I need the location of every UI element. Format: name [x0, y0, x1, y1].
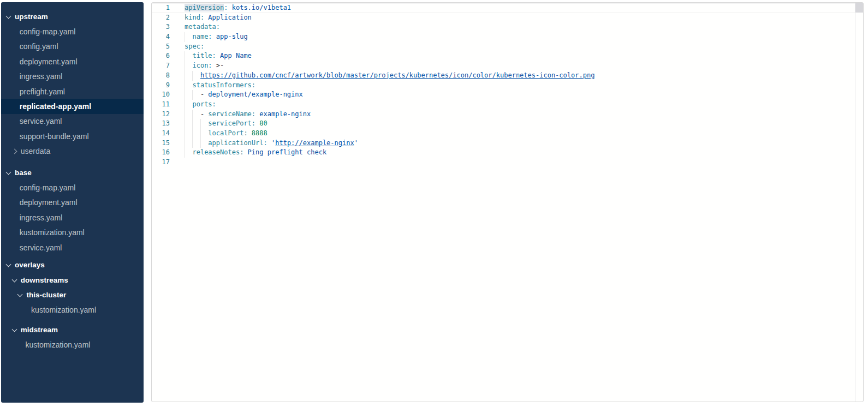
- file-label: kustomization.yaml: [20, 228, 85, 237]
- indent-guide: [185, 51, 185, 61]
- line-number[interactable]: 8: [152, 71, 170, 81]
- tree-item-overlays[interactable]: overlays: [1, 258, 144, 272]
- code-line-15[interactable]: 15 applicationUrl: 'http://example-nginx…: [152, 139, 855, 148]
- url-link[interactable]: https://github.com/cncf/artwork/blob/mas…: [200, 71, 594, 79]
- code-area[interactable]: 1apiVersion: kots.io/v1beta12kind: Appli…: [152, 3, 855, 401]
- line-content[interactable]: spec:: [170, 42, 855, 52]
- line-number[interactable]: 2: [152, 13, 170, 23]
- line-number[interactable]: 17: [152, 158, 170, 167]
- code-line-3[interactable]: 3metadata:: [152, 22, 855, 32]
- line-number[interactable]: 9: [152, 81, 170, 91]
- code-line-7[interactable]: 7 icon: >-: [152, 61, 855, 71]
- line-content[interactable]: metadata:: [170, 22, 855, 32]
- line-number[interactable]: 4: [152, 32, 170, 42]
- code-line-12[interactable]: 12 - serviceName: example-nginx: [152, 110, 855, 119]
- line-content[interactable]: name: app-slug: [170, 32, 855, 42]
- yaml-token-key: spec:: [185, 43, 204, 50]
- code-line-6[interactable]: 6 title: App Name: [152, 51, 855, 61]
- tree-item-replicated-app-yaml[interactable]: replicated-app.yaml: [1, 99, 144, 113]
- tree-item-kustomization-yaml[interactable]: kustomization.yaml: [1, 225, 144, 240]
- folder-label: downstreams: [21, 276, 68, 284]
- tree-item-kustomization-yaml[interactable]: kustomization.yaml: [1, 302, 144, 317]
- tree-item-ingress-yaml[interactable]: ingress.yaml: [1, 69, 144, 84]
- url-link[interactable]: http://example-nginx: [275, 139, 354, 147]
- tree-item-config-map-yaml[interactable]: config-map.yaml: [1, 180, 144, 195]
- line-content[interactable]: ports:: [170, 100, 855, 110]
- line-content[interactable]: - deployment/example-nginx: [170, 90, 855, 100]
- line-number[interactable]: 6: [152, 51, 170, 61]
- yaml-token-key: name:: [192, 33, 212, 40]
- yaml-token-key: title:: [192, 52, 216, 59]
- code-line-16[interactable]: 16 releaseNotes: Ping preflight check: [152, 148, 855, 158]
- code-line-8[interactable]: 8 https://github.com/cncf/artwork/blob/m…: [152, 71, 855, 81]
- file-label: kustomization.yaml: [25, 340, 90, 349]
- indent-guide: [185, 81, 185, 91]
- code-line-17[interactable]: 17: [152, 158, 855, 167]
- yaml-token-value: App Name: [220, 52, 252, 59]
- editor-scrollbar-rail[interactable]: [855, 3, 863, 402]
- indent-guide: [185, 119, 185, 129]
- tree-item-base[interactable]: base: [1, 165, 144, 180]
- tree-item-deployment-yaml[interactable]: deployment.yaml: [1, 54, 144, 69]
- line-number[interactable]: 5: [152, 42, 170, 52]
- tree-item-service-yaml[interactable]: service.yaml: [1, 240, 144, 255]
- line-number[interactable]: 1: [152, 3, 170, 13]
- line-number[interactable]: 10: [152, 90, 170, 100]
- tree-item-kustomization-yaml[interactable]: kustomization.yaml: [1, 337, 144, 352]
- line-content[interactable]: title: App Name: [170, 51, 855, 61]
- file-label: service.yaml: [20, 117, 62, 125]
- line-content[interactable]: icon: >-: [170, 61, 855, 71]
- line-content[interactable]: servicePort: 80: [170, 119, 855, 129]
- line-number[interactable]: 16: [152, 148, 170, 158]
- folder-label: overlays: [15, 261, 45, 269]
- code-line-9[interactable]: 9 statusInformers:: [152, 81, 855, 91]
- line-content[interactable]: localPort: 8888: [170, 129, 855, 139]
- tree-item-config-map-yaml[interactable]: config-map.yaml: [1, 24, 144, 39]
- chevron-right-icon: [11, 148, 17, 154]
- code-line-4[interactable]: 4 name: app-slug: [152, 32, 855, 42]
- line-number[interactable]: 13: [152, 119, 170, 129]
- tree-item-this-cluster[interactable]: this-cluster: [1, 288, 144, 302]
- line-content[interactable]: statusInformers:: [170, 81, 855, 91]
- line-number[interactable]: 3: [152, 22, 170, 32]
- indent-guide: [185, 32, 185, 42]
- line-content[interactable]: applicationUrl: 'http://example-nginx': [170, 139, 855, 148]
- file-label: replicated-app.yaml: [20, 102, 92, 111]
- line-number[interactable]: 12: [152, 110, 170, 119]
- tree-item-config-yaml[interactable]: config.yaml: [1, 39, 144, 54]
- tree-item-downstreams[interactable]: downstreams: [1, 273, 144, 288]
- yaml-token-punct: [185, 139, 208, 147]
- indent-guide: [200, 119, 201, 129]
- code-line-2[interactable]: 2kind: Application: [152, 13, 855, 23]
- line-content[interactable]: https://github.com/cncf/artwork/blob/mas…: [170, 71, 855, 81]
- yaml-token-punct: [185, 62, 192, 69]
- line-content[interactable]: apiVersion: kots.io/v1beta1: [170, 3, 855, 13]
- tree-item-support-bundle-yaml[interactable]: support-bundle.yaml: [1, 129, 144, 143]
- code-line-1[interactable]: 1apiVersion: kots.io/v1beta1: [152, 3, 855, 13]
- tree-item-ingress-yaml[interactable]: ingress.yaml: [1, 210, 144, 225]
- line-content[interactable]: [170, 158, 855, 167]
- tree-item-userdata[interactable]: userdata: [1, 144, 144, 159]
- code-line-13[interactable]: 13 servicePort: 80: [152, 119, 855, 129]
- indent-guide: [192, 139, 193, 148]
- code-line-14[interactable]: 14 localPort: 8888: [152, 129, 855, 139]
- code-line-11[interactable]: 11 ports:: [152, 100, 855, 110]
- yaml-token-key: kind:: [185, 14, 204, 21]
- code-line-5[interactable]: 5spec:: [152, 42, 855, 52]
- line-number[interactable]: 15: [152, 139, 170, 148]
- line-content[interactable]: - serviceName: example-nginx: [170, 110, 855, 119]
- line-number[interactable]: 14: [152, 129, 170, 139]
- tree-item-midstream[interactable]: midstream: [1, 322, 144, 337]
- chevron-down-icon: [17, 292, 23, 297]
- code-line-10[interactable]: 10 - deployment/example-nginx: [152, 90, 855, 100]
- line-number[interactable]: 11: [152, 100, 170, 110]
- line-content[interactable]: releaseNotes: Ping preflight check: [170, 148, 855, 158]
- yaml-token-key: icon:: [192, 62, 212, 69]
- tree-item-upstream[interactable]: upstream: [1, 9, 144, 24]
- tree-item-service-yaml[interactable]: service.yaml: [1, 114, 144, 129]
- tree-item-deployment-yaml[interactable]: deployment.yaml: [1, 195, 144, 210]
- line-number[interactable]: 7: [152, 61, 170, 71]
- scroll-position-marker: [855, 3, 863, 13]
- line-content[interactable]: kind: Application: [170, 13, 855, 23]
- tree-item-preflight-yaml[interactable]: preflight.yaml: [1, 84, 144, 99]
